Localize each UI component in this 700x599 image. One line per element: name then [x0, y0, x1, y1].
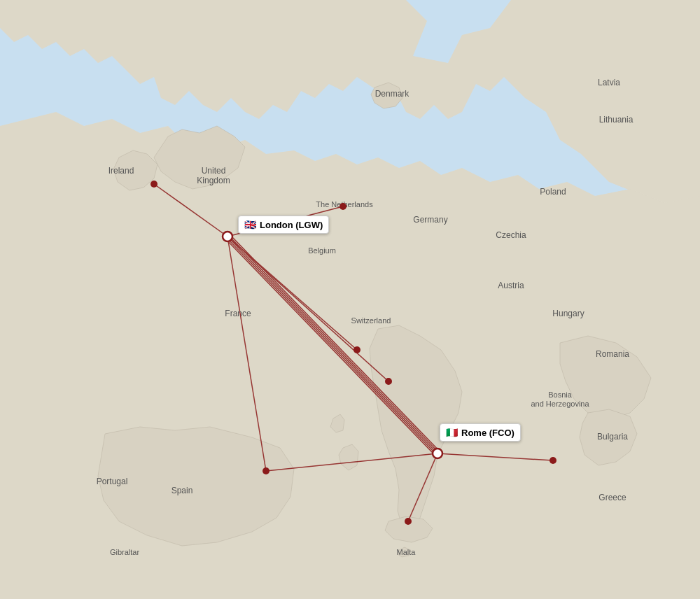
svg-text:Latvia: Latvia: [598, 78, 620, 87]
svg-text:Lithuania: Lithuania: [599, 115, 634, 125]
dot-ireland: [150, 181, 158, 188]
rome-flag: 🇮🇹: [446, 427, 458, 438]
dot-sicily: [405, 518, 412, 525]
svg-text:Bosnia: Bosnia: [548, 390, 573, 399]
dot-amsterdam: [340, 203, 346, 210]
svg-text:Bulgaria: Bulgaria: [597, 432, 628, 442]
svg-text:Greece: Greece: [598, 493, 626, 502]
map-container: Ireland United Kingdom Denmark Latvia Li…: [0, 0, 700, 599]
dot-spain: [262, 467, 270, 474]
dot-greece: [550, 457, 556, 464]
svg-text:United: United: [202, 166, 226, 176]
london-flag: 🇬🇧: [244, 219, 256, 230]
svg-text:Romania: Romania: [596, 349, 629, 359]
label-ireland: Ireland: [108, 166, 134, 176]
svg-text:and Herzegovina: and Herzegovina: [531, 400, 589, 408]
map-svg: Ireland United Kingdom Denmark Latvia Li…: [0, 0, 700, 599]
rome-label: 🇮🇹 Rome (FCO): [440, 423, 521, 442]
svg-text:Poland: Poland: [540, 187, 566, 197]
svg-text:Hungary: Hungary: [552, 309, 584, 318]
london-label-text: London (LGW): [260, 220, 323, 230]
dot-nitaly: [385, 378, 392, 385]
svg-text:Germany: Germany: [413, 215, 447, 225]
london-label: 🇬🇧 London (LGW): [238, 216, 329, 234]
svg-text:Denmark: Denmark: [375, 89, 410, 99]
svg-text:Gibraltar: Gibraltar: [110, 548, 140, 556]
svg-text:Switzerland: Switzerland: [351, 316, 391, 325]
svg-text:Kingdom: Kingdom: [197, 176, 230, 185]
svg-text:Austria: Austria: [498, 281, 524, 290]
dot-midfrance: [354, 346, 360, 353]
dot-rome: [433, 449, 442, 458]
svg-text:Czechia: Czechia: [496, 230, 526, 240]
svg-text:Portugal: Portugal: [97, 477, 128, 486]
svg-text:Malta: Malta: [397, 548, 416, 556]
svg-text:Spain: Spain: [172, 486, 193, 495]
svg-text:France: France: [225, 309, 251, 318]
dot-london: [223, 232, 232, 241]
rome-label-text: Rome (FCO): [461, 428, 514, 438]
svg-text:Belgium: Belgium: [308, 246, 336, 255]
